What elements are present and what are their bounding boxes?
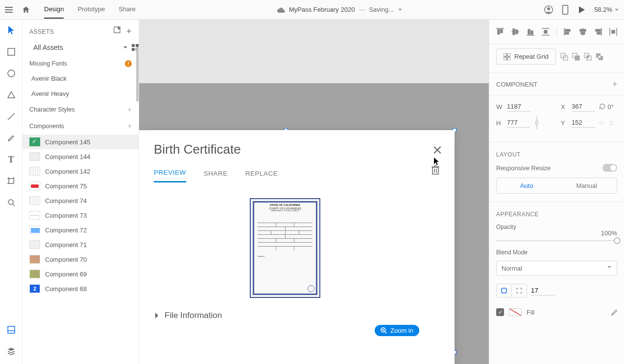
distribute-v-icon[interactable] (541, 27, 550, 36)
boolean-intersect-icon[interactable] (583, 52, 592, 61)
eyedropper-icon[interactable] (610, 309, 617, 316)
ellipse-tool[interactable] (6, 68, 16, 78)
component-name: Component 74 (45, 197, 87, 205)
font-item[interactable]: Avenir Heavy (23, 86, 139, 101)
component-item[interactable]: Component 72 (23, 223, 139, 237)
distribute-h-icon[interactable] (609, 27, 617, 36)
repeat-grid-button[interactable]: Repeat Grid (496, 48, 556, 65)
svg-rect-38 (528, 29, 530, 34)
corner-all-icon[interactable] (497, 284, 512, 297)
corner-radius-input[interactable] (531, 286, 555, 296)
tab-design[interactable]: Design (44, 0, 64, 19)
auto-button[interactable]: Auto (497, 178, 557, 193)
menu-icon[interactable] (5, 7, 13, 13)
rectangle-tool[interactable] (6, 47, 16, 57)
font-item[interactable]: Avenir Black (23, 71, 139, 86)
chevron-down-icon[interactable] (614, 7, 619, 12)
align-hcenter-icon[interactable] (579, 27, 587, 36)
modal-tab-replace[interactable]: REPLACE (245, 165, 278, 182)
width-input[interactable] (507, 102, 530, 112)
appearance-section-title: APPEARANCE (489, 205, 624, 221)
select-tool[interactable] (6, 25, 16, 35)
fill-swatch[interactable] (509, 308, 522, 316)
rotate-icon[interactable] (599, 103, 606, 110)
component-item[interactable]: Component 71 (23, 237, 139, 252)
blend-mode-select[interactable]: Normal (496, 261, 617, 276)
component-item[interactable]: 2Component 68 (23, 281, 139, 296)
component-item[interactable]: Component 69 (23, 267, 139, 281)
svg-rect-2 (563, 5, 568, 14)
play-icon[interactable] (577, 6, 585, 14)
close-icon[interactable]: ✕ (432, 143, 443, 158)
boolean-subtract-icon[interactable] (572, 52, 580, 61)
zoom-in-label: Zoom in (390, 327, 413, 334)
component-name: Component 71 (45, 241, 87, 249)
warning-icon[interactable]: ! (125, 60, 132, 67)
device-icon[interactable] (562, 5, 569, 15)
fill-checkbox[interactable]: ✓ (496, 308, 504, 316)
flip-v-icon[interactable] (609, 119, 614, 126)
y-input[interactable] (572, 118, 595, 128)
component-item[interactable]: Component 145 (23, 135, 139, 149)
add-icon[interactable]: + (613, 80, 617, 89)
scrollbar-thumb[interactable] (136, 47, 139, 102)
chevron-down-icon[interactable] (398, 7, 403, 12)
file-information-toggle[interactable]: File Information (139, 298, 455, 320)
avatar-icon[interactable] (544, 5, 553, 14)
responsive-resize-toggle[interactable] (602, 164, 617, 172)
rotation-value[interactable]: 0° (608, 103, 614, 111)
layers-panel-icon[interactable] (6, 346, 16, 356)
modal-tab-share[interactable]: SHARE (204, 165, 228, 182)
add-icon[interactable]: + (127, 122, 132, 131)
polygon-tool[interactable] (6, 90, 16, 100)
line-tool[interactable] (6, 112, 16, 121)
align-left-icon[interactable] (564, 27, 572, 36)
modal-tab-preview[interactable]: PREVIEW (154, 164, 186, 182)
corner-independent-icon[interactable] (512, 284, 527, 297)
svg-rect-32 (498, 29, 500, 34)
add-icon[interactable]: + (127, 105, 132, 114)
align-right-icon[interactable] (594, 27, 602, 36)
artboard-tool[interactable] (6, 176, 16, 186)
svg-line-5 (8, 113, 15, 120)
library-icon[interactable] (114, 26, 120, 33)
x-input[interactable] (572, 102, 595, 112)
opacity-slider[interactable] (496, 240, 617, 241)
boolean-add-icon[interactable] (560, 52, 569, 61)
component-item[interactable]: Component 74 (23, 193, 139, 208)
component-item[interactable]: Component 70 (23, 252, 139, 267)
zoom-value[interactable]: 58.2% (594, 6, 612, 13)
add-icon[interactable]: + (126, 26, 132, 37)
modal-title: Birth Certificate (139, 130, 455, 164)
canvas[interactable]: Birth Certificate ✕ PREVIEW SHARE REPLAC… (139, 20, 489, 364)
component-item[interactable]: Component 142 (23, 164, 139, 179)
pen-tool[interactable] (6, 133, 16, 143)
assets-panel-icon[interactable] (6, 325, 16, 335)
tab-prototype[interactable]: Prototype (77, 0, 105, 19)
char-styles-label: Character Styles (29, 106, 74, 113)
svg-rect-42 (544, 30, 547, 33)
zoom-tool[interactable] (6, 198, 16, 207)
text-tool[interactable]: T (6, 155, 16, 164)
lock-aspect-icon[interactable] (534, 116, 557, 129)
home-icon[interactable] (22, 5, 30, 14)
chevron-down-icon[interactable] (123, 45, 128, 50)
fill-label: Fill (527, 309, 535, 316)
component-item[interactable]: Component 75 (23, 179, 139, 193)
blend-mode-value: Normal (502, 265, 522, 272)
align-bottom-icon[interactable] (527, 27, 535, 36)
doc-title: MyPass February 2020 (289, 6, 355, 13)
boolean-exclude-icon[interactable] (595, 52, 604, 61)
manual-button[interactable]: Manual (557, 178, 617, 193)
component-item[interactable]: Component 144 (23, 149, 139, 164)
svg-line-12 (13, 204, 15, 206)
align-top-icon[interactable] (496, 27, 504, 36)
assets-search-input[interactable] (33, 44, 119, 51)
flip-h-icon[interactable] (599, 119, 604, 126)
height-input[interactable] (507, 118, 530, 128)
component-item[interactable]: Component 73 (23, 208, 139, 223)
trash-icon[interactable] (431, 165, 440, 175)
zoom-in-button[interactable]: Zoom in (375, 325, 419, 336)
tab-share[interactable]: Share (119, 0, 136, 19)
align-vcenter-icon[interactable] (511, 27, 520, 36)
